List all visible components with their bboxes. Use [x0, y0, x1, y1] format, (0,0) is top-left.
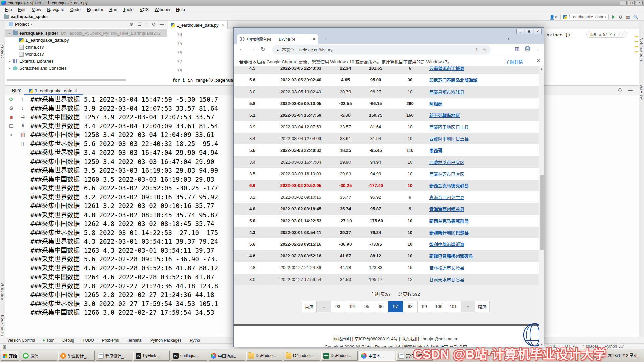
close-infobar-icon[interactable]: ✕	[536, 58, 540, 63]
location-link[interactable]: 新不列颠岛地区	[429, 113, 460, 118]
soft-wrap-icon[interactable]: ⇉	[21, 114, 25, 120]
horizontal-scrollbar[interactable]	[7, 79, 126, 81]
learn-more-link[interactable]: 了解详情	[505, 58, 523, 65]
taskbar-item[interactable]: 中国地震..	[209, 351, 245, 361]
rerun-icon[interactable]: ⟳	[9, 96, 14, 102]
close-tab-icon[interactable]: ✕	[221, 23, 224, 28]
tab-search-icon[interactable]: ▾	[508, 37, 509, 40]
run-settings-icon[interactable]: ⚙	[618, 87, 622, 93]
menu-item-tools[interactable]: Tools	[120, 7, 137, 12]
location-link[interactable]: 西藏阿里地区日土县	[429, 136, 469, 141]
location-link[interactable]: 智利中部沿岸近海	[429, 242, 464, 247]
clear-icon[interactable]: ▯	[21, 141, 24, 147]
forward-icon[interactable]: →	[250, 46, 255, 52]
close-run-tab-icon[interactable]: ✕	[74, 88, 77, 93]
location-link[interactable]: 青海海西州都兰县	[429, 195, 464, 200]
tool-window-terminal[interactable]: Terminal	[123, 338, 146, 343]
page-button-96[interactable]: 96	[374, 301, 389, 312]
hide-panel-icon[interactable]: —	[160, 22, 164, 27]
settings-icon[interactable]: ⚙	[152, 22, 156, 27]
locate-icon[interactable]: ⊕	[130, 22, 133, 27]
menu-item-navigate[interactable]: Navigate	[44, 7, 67, 12]
debug-button[interactable]: ⚙	[619, 15, 623, 20]
page-button-100[interactable]: 100	[432, 301, 446, 312]
minimize-icon[interactable]: ▁	[516, 29, 524, 34]
page-button-97[interactable]: 97	[388, 301, 403, 312]
run-button[interactable]	[612, 15, 615, 19]
location-link[interactable]: 西藏林芝市巴宜区	[429, 172, 464, 177]
maximize-icon[interactable]: ▢	[628, 1, 635, 5]
menu-item-window[interactable]: Window	[152, 7, 173, 12]
taskbar-item[interactable]: D:\hadoo...	[284, 351, 320, 361]
footer-links[interactable]: 网站声明 | 京ICP备06028819-4号 | 联系我们 : houjm@s…	[243, 335, 540, 342]
taskbar-clock[interactable]: 2023/12/12 星期二	[608, 353, 641, 358]
menu-item-view[interactable]: View	[29, 7, 44, 12]
page-button-99[interactable]: 99	[417, 301, 432, 312]
tool-window-python-packages[interactable]: Python Packages	[146, 338, 185, 343]
page-button-95[interactable]: 95	[360, 301, 374, 312]
side-panel-icon[interactable]: ▥	[515, 46, 519, 52]
page-button-尾页[interactable]: 尾页	[475, 301, 490, 312]
reload-icon[interactable]: ↻	[261, 46, 265, 52]
run-config-selector[interactable]: 1_earthquake_data ▾	[560, 14, 609, 20]
new-tab-button[interactable]: +	[323, 36, 329, 42]
location-link[interactable]: 西藏林芝市巴宜区	[429, 160, 464, 165]
taskbar-item[interactable]: earthqua..	[171, 351, 207, 361]
page-button-94[interactable]: 94	[345, 301, 360, 312]
menu-item-edit[interactable]: Edit	[15, 7, 29, 12]
back-icon[interactable]: ←	[239, 46, 245, 52]
collapse-all-icon[interactable]: ÷	[145, 22, 148, 27]
location-link[interactable]: 新疆喀什地区巴楚县	[429, 230, 469, 235]
menu-item-help[interactable]: Help	[173, 7, 188, 12]
tool-window-debug[interactable]: Debug	[58, 338, 78, 343]
tool-window-todo[interactable]: TODO	[78, 338, 98, 343]
taskbar-item[interactable]: D:\Hadoo...	[246, 351, 282, 361]
inspections-chevrons[interactable]: ˄ ˅	[618, 32, 624, 36]
taskbar-item[interactable]: 程序设计_.	[96, 351, 132, 361]
location-link[interactable]: 墨西哥	[429, 148, 442, 153]
inspections-widget[interactable]: ⚠ 6▲ 57✔ 7˄ ˅	[586, 31, 627, 38]
tool-strip-sciview[interactable]: SciView	[640, 84, 644, 100]
hide-run-panel-icon[interactable]: —	[628, 87, 633, 93]
page-button-首页[interactable]: 首页	[302, 301, 317, 312]
menu-item-vcs[interactable]: VCS	[137, 7, 152, 12]
tree-item[interactable]: 1_earthquake_data.py	[5, 37, 167, 44]
menu-item-file[interactable]: File	[2, 7, 15, 12]
taskbar-item[interactable]: 中国地...	[359, 351, 395, 361]
tool-strip-project[interactable]: Project	[1, 44, 5, 58]
tree-item[interactable]: china.csv	[5, 44, 167, 51]
stop-icon[interactable]: ■	[10, 114, 13, 120]
tree-item[interactable]: ▸Scratches and Consoles	[5, 65, 167, 72]
page-button-101[interactable]: 101	[446, 301, 461, 312]
tool-window-problems[interactable]: Problems	[98, 338, 123, 343]
coverage-button[interactable]: ▦	[626, 15, 630, 20]
scrollbar-thumb[interactable]	[540, 175, 544, 250]
tool-window-run[interactable]: Run	[39, 338, 58, 343]
pin-icon[interactable]: ⌖	[10, 132, 13, 138]
restore-layout-icon[interactable]: ▤	[9, 123, 14, 129]
breadcrumb[interactable]: earthquake_spider	[4, 14, 48, 19]
print-icon[interactable]: ▥	[20, 132, 25, 138]
up-stack-icon[interactable]: ↑	[21, 96, 24, 102]
location-link[interactable]: 新西兰克马德克群岛	[429, 183, 469, 188]
status-segment[interactable]: Python 3.7	[605, 344, 624, 349]
browser-tab[interactable]: 中国地震台网——历史查询 ✕	[237, 34, 318, 44]
user-icon[interactable]: 👤▾	[549, 15, 557, 20]
modify-run-icon[interactable]: ⚙	[9, 105, 13, 111]
editor-tab[interactable]: 1_earthquake_data.py ✕	[168, 21, 228, 29]
location-link[interactable]: 新西兰克马德克群岛	[429, 219, 469, 224]
page-button-93[interactable]: 93	[331, 301, 345, 312]
location-link[interactable]: 云南普洱市江城县	[429, 66, 464, 71]
menu-dots-icon[interactable]: ⋮	[536, 46, 540, 52]
tool-window-pytho[interactable]: Pytho	[185, 338, 204, 343]
tool-strip-bookmarks[interactable]: Bookmarks	[1, 315, 5, 337]
tool-window-version-control[interactable]: Version Control	[3, 338, 39, 343]
location-link[interactable]: 新疆巴音郭楞州和硕县	[429, 254, 473, 259]
profile-avatar[interactable]	[525, 46, 530, 52]
scroll-up-icon[interactable]: ▲	[539, 66, 544, 71]
run-tab[interactable]: 1_earthquake_data ✕	[26, 87, 80, 95]
page-button-«[interactable]: «	[316, 301, 331, 312]
down-stack-icon[interactable]: ↓	[21, 105, 24, 111]
taskbar-item[interactable]: D:\Hadoo...	[321, 351, 358, 361]
location-link[interactable]: 西藏昌都市洛隆县	[429, 89, 464, 95]
